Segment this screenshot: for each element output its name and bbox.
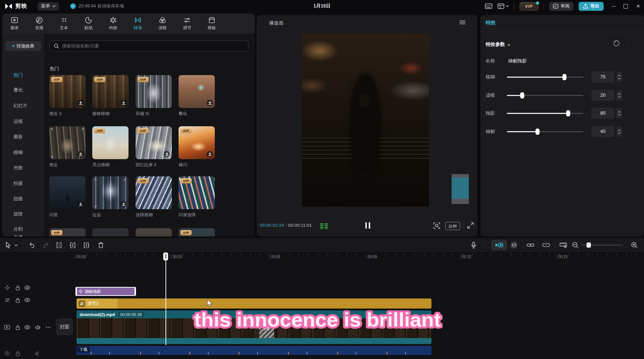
trail-slider[interactable]	[507, 113, 583, 114]
transition-thumbnail[interactable]: VIP	[92, 75, 129, 108]
tab-text[interactable]: TI 文本	[52, 16, 76, 31]
sidebar-item-dissolve[interactable]: 叠化	[2, 85, 44, 95]
sidebar-item-glitch[interactable]: 故障	[2, 209, 44, 219]
delete-button[interactable]	[97, 241, 105, 249]
zoom-out-icon[interactable]	[572, 241, 579, 249]
transition-item[interactable]: VIP 亮点模糊	[92, 126, 129, 168]
transition-thumbnail[interactable]	[92, 228, 129, 236]
transition-item[interactable]: VIP 回忆拉屏 II	[136, 126, 172, 168]
snap-toggle[interactable]	[491, 240, 507, 250]
transition-item[interactable]	[92, 228, 129, 236]
next-keyframe-icon[interactable]: ›	[637, 92, 638, 98]
filter-stepper[interactable]	[616, 90, 622, 100]
transition-item[interactable]: VIP	[179, 228, 215, 236]
slider-handle[interactable]	[562, 74, 566, 80]
tab-effects[interactable]: 特效	[101, 16, 126, 31]
tab-audio[interactable]: 音频	[27, 16, 52, 31]
zoom-in-icon[interactable]	[631, 241, 638, 249]
next-keyframe-icon[interactable]: ›	[637, 74, 638, 79]
prev-keyframe-icon[interactable]: ‹	[627, 41, 629, 47]
select-tool-dropdown[interactable]	[14, 241, 18, 249]
blur-stepper[interactable]	[616, 72, 622, 82]
transition-thumbnail[interactable]: VIP	[179, 176, 215, 209]
pause-button[interactable]	[364, 222, 371, 229]
transition-item[interactable]: ↘ ↙ ↗ 拉远	[92, 176, 129, 218]
transition-item[interactable]	[136, 228, 172, 236]
transition-thumbnail[interactable]: VIP	[92, 126, 129, 159]
next-keyframe-icon[interactable]: ›	[637, 110, 638, 115]
prev-keyframe-icon[interactable]: ‹	[627, 92, 628, 98]
trail-value[interactable]: 80	[591, 108, 614, 119]
search-input[interactable]: 搜索转场名称/元素	[50, 40, 248, 52]
transition-thumbnail[interactable]: VIP	[136, 176, 172, 209]
lock-icon[interactable]	[14, 284, 21, 291]
sidebar-header-transition-effects[interactable]: 转场效果	[5, 41, 41, 51]
transition-item[interactable]: VIP	[49, 228, 86, 236]
snapshot-focus-icon[interactable]	[433, 222, 440, 229]
transition-item[interactable]: VIP 横移模糊	[92, 75, 129, 117]
split-button[interactable]	[55, 241, 63, 249]
transition-item[interactable]: VIP 穿越 III	[136, 75, 172, 117]
delete-right-button[interactable]	[83, 241, 90, 249]
transition-thumbnail[interactable]: VIP	[179, 126, 215, 159]
sidebar-item-slideshow[interactable]: 幻灯片	[2, 101, 44, 111]
undo-button[interactable]	[28, 241, 36, 249]
zoom-slider-handle[interactable]	[586, 242, 591, 248]
maximize-button[interactable]	[623, 4, 628, 9]
sidebar-item-hot[interactable]: 热门	[2, 70, 44, 80]
transition-thumbnail[interactable]	[179, 75, 215, 108]
sidebar-item-nature[interactable]: 自然	[2, 232, 44, 236]
video-preview[interactable]	[302, 34, 429, 207]
eye-icon[interactable]	[24, 297, 31, 303]
transition-item[interactable]: VIP 推近 II	[49, 75, 86, 117]
mute-icon[interactable]	[34, 324, 41, 331]
transition-item[interactable]: VIP 闪屏故障	[179, 176, 215, 218]
framedrop-value[interactable]: 40	[591, 126, 614, 137]
mute-icon[interactable]	[34, 350, 41, 357]
keyboard-shortcuts-icon[interactable]	[485, 3, 492, 9]
effect-clip[interactable]: 抽帧拖影	[75, 287, 136, 296]
more-options-icon[interactable]	[45, 324, 52, 331]
tab-templates[interactable]: 模板	[199, 16, 224, 31]
eye-icon[interactable]	[24, 284, 31, 291]
transition-thumbnail[interactable]: VIP	[136, 126, 172, 159]
transition-item[interactable]: VIP 爆闪	[179, 126, 215, 168]
timeline-ruler[interactable]: 00:00 00:03 00:06 00:09 00:12 00:15	[0, 253, 644, 261]
sidebar-item-camera-move[interactable]: 运镜	[2, 117, 44, 126]
slider-handle[interactable]	[520, 92, 524, 99]
close-button[interactable]: ✕	[636, 3, 640, 9]
sidebar-item-blur[interactable]: 模糊	[2, 148, 44, 157]
blur-value[interactable]: 75	[591, 71, 614, 83]
transition-thumbnail[interactable]: VIP	[179, 228, 215, 236]
reset-icon[interactable]	[613, 40, 619, 47]
delete-left-button[interactable]	[69, 241, 76, 249]
framedrop-slider[interactable]	[507, 131, 583, 132]
link-icon[interactable]	[527, 241, 534, 249]
transition-thumbnail[interactable]: VIP	[49, 228, 86, 236]
transition-thumbnail[interactable]	[136, 228, 172, 236]
transition-thumbnail[interactable]	[49, 176, 86, 209]
fullscreen-icon[interactable]	[467, 222, 474, 229]
panel-scrollbar[interactable]	[451, 174, 469, 204]
sidebar-item-light[interactable]: 光效	[2, 163, 44, 173]
lock-icon[interactable]	[14, 324, 21, 331]
effect-params-section-header[interactable]: 特效参数	[486, 41, 510, 48]
cover-button[interactable]: 封面	[56, 318, 73, 335]
next-keyframe-icon[interactable]: ›	[637, 129, 638, 134]
prev-keyframe-icon[interactable]: ‹	[627, 74, 628, 79]
transition-thumbnail[interactable]: VIP	[49, 75, 86, 108]
trail-stepper[interactable]	[616, 108, 622, 118]
lock-icon[interactable]	[14, 350, 21, 357]
playhead-handle[interactable]	[163, 253, 168, 260]
tab-filters[interactable]: 滤镜	[150, 16, 175, 31]
timeline-zoom-slider[interactable]	[581, 245, 623, 245]
review-button[interactable]: 审阅	[549, 2, 573, 11]
transition-thumbnail[interactable]: ↖ ↗ ↙	[49, 126, 86, 159]
tab-media[interactable]: 媒体	[2, 16, 27, 31]
transition-thumbnail[interactable]: VIP	[136, 75, 172, 108]
tab-sticker[interactable]: 贴纸	[76, 16, 101, 31]
vip-badge[interactable]: VIP	[520, 2, 538, 10]
tab-adjust[interactable]: 调节	[175, 16, 199, 31]
prev-keyframe-icon[interactable]: ‹	[627, 129, 628, 134]
audio-clip[interactable]: 下载	[77, 346, 431, 355]
